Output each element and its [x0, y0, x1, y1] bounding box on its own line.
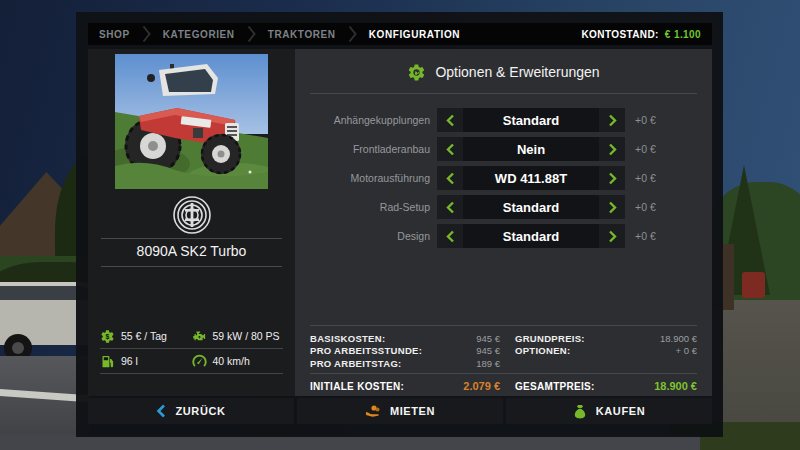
divider — [101, 238, 282, 239]
background-barrel — [742, 272, 765, 298]
option-price: +0 € — [635, 172, 656, 184]
price-label: PRO ARBEITSTAG: — [310, 358, 402, 369]
option-prev-button[interactable] — [437, 108, 463, 132]
total-value: 2.079 € — [463, 380, 500, 392]
fuel-capacity-icon — [100, 354, 115, 369]
option-label: Rad-Setup — [295, 201, 437, 213]
engine-power-icon — [192, 329, 207, 344]
stat-value: 55 € / Tag — [121, 330, 167, 342]
option-prev-button[interactable] — [437, 166, 463, 190]
price-label: BASISKOSTEN: — [310, 333, 385, 344]
breadcrumb-shop[interactable]: SHOP — [99, 29, 130, 40]
price-row: PRO ARBEITSTAG: 189 € — [310, 357, 500, 370]
option-price: +0 € — [635, 201, 656, 213]
option-next-button[interactable] — [599, 108, 625, 132]
total-value: 18.900 € — [654, 380, 697, 392]
option-prev-button[interactable] — [437, 224, 463, 248]
divider — [310, 93, 697, 94]
option-label: Anhängekupplungen — [295, 114, 437, 126]
option-price: +0 € — [635, 230, 656, 242]
breadcrumb: SHOP KATEGORIEN TRAKTOREN KONFIGURATION … — [88, 23, 712, 45]
option-row-anhaengekupplungen: Anhängekupplungen Standard +0 € — [295, 108, 712, 132]
chevron-left-icon — [156, 404, 166, 418]
option-row-motorausfuehrung: Motorausführung WD 411.88T +0 € — [295, 166, 712, 190]
max-speed-icon — [192, 354, 207, 369]
option-label: Motorausführung — [295, 172, 437, 184]
option-next-button[interactable] — [599, 166, 625, 190]
price-value: 945 € — [476, 345, 500, 356]
breadcrumb-separator-icon — [142, 25, 151, 43]
daily-cost-icon: $ — [100, 329, 115, 344]
option-value: WD 411.88T — [463, 166, 599, 190]
footer-buttons: ZURÜCK MIETEN KAUFEN — [88, 398, 712, 424]
price-value: 945 € — [476, 333, 500, 344]
rent-button[interactable]: MIETEN — [297, 398, 503, 424]
breadcrumb-separator-icon — [247, 25, 256, 43]
price-label: PRO ARBEITSSTUNDE: — [310, 345, 422, 356]
option-prev-button[interactable] — [437, 137, 463, 161]
svg-text:$: $ — [106, 333, 110, 341]
stat-row: 96 l 40 km/h — [100, 349, 283, 374]
breadcrumb-kategorien[interactable]: KATEGORIEN — [163, 29, 235, 40]
option-prev-button[interactable] — [437, 195, 463, 219]
breadcrumb-traktoren[interactable]: TRAKTOREN — [268, 29, 336, 40]
options-header: Optionen & Erweiterungen — [295, 60, 712, 84]
stat-value: 96 l — [121, 355, 138, 367]
breadcrumb-konfiguration[interactable]: KONFIGURATION — [369, 29, 461, 40]
price-label: GRUNDPREIS: — [515, 333, 585, 344]
option-rows: Anhängekupplungen Standard +0 € Frontlad… — [295, 108, 712, 253]
option-value: Nein — [463, 137, 599, 161]
option-next-button[interactable] — [599, 195, 625, 219]
option-value: Standard — [463, 108, 599, 132]
vehicle-stats: $ 55 € / Tag 59 kW / 80 PS 96 l — [100, 324, 283, 374]
total-label: INITIALE KOSTEN: — [310, 381, 404, 392]
price-row: GRUNDPREIS: 18.900 € — [515, 332, 697, 345]
balance-label: KONTOSTAND: — [581, 29, 658, 40]
option-selector: Standard — [437, 108, 625, 132]
vehicle-name: 8090A SK2 Turbo — [88, 243, 295, 259]
rent-button-label: MIETEN — [390, 405, 435, 417]
price-label: OPTIONEN: — [515, 345, 570, 356]
price-row: OPTIONEN: + 0 € — [515, 345, 697, 358]
gear-icon — [407, 63, 426, 82]
price-value: 18.900 € — [660, 333, 697, 344]
cost-summary-left: BASISKOSTEN: 945 € PRO ARBEITSSTUNDE: 94… — [310, 332, 500, 370]
stat-row: $ 55 € / Tag 59 kW / 80 PS — [100, 324, 283, 349]
option-row-design: Design Standard +0 € — [295, 224, 712, 248]
stat-daily-cost: $ 55 € / Tag — [100, 329, 192, 344]
shop-configuration-dialog: SHOP KATEGORIEN TRAKTOREN KONFIGURATION … — [76, 12, 723, 437]
back-button-label: ZURÜCK — [175, 405, 225, 417]
background-road — [0, 435, 700, 450]
stat-max-speed: 40 km/h — [192, 354, 284, 369]
option-price: +0 € — [635, 114, 656, 126]
brand-logo — [172, 195, 212, 235]
stat-engine-power: 59 kW / 80 PS — [192, 329, 284, 344]
option-next-button[interactable] — [599, 137, 625, 161]
account-balance: KONTOSTAND: € 1.100 — [581, 29, 701, 40]
divider — [310, 373, 697, 374]
options-panel: Optionen & Erweiterungen Anhängekupplung… — [295, 49, 712, 396]
price-value: + 0 € — [676, 345, 697, 356]
option-row-frontladeranbau: Frontladeranbau Nein +0 € — [295, 137, 712, 161]
option-row-rad-setup: Rad-Setup Standard +0 € — [295, 195, 712, 219]
price-row: BASISKOSTEN: 945 € — [310, 332, 500, 345]
option-selector: Standard — [437, 224, 625, 248]
option-next-button[interactable] — [599, 224, 625, 248]
money-bag-icon — [573, 404, 587, 419]
option-value: Standard — [463, 224, 599, 248]
option-selector: Standard — [437, 195, 625, 219]
initial-cost-total: INITIALE KOSTEN: 2.079 € — [310, 380, 500, 392]
buy-button-label: KAUFEN — [596, 405, 645, 417]
total-label: GESAMTPREIS: — [515, 381, 595, 392]
vehicle-panel: 8090A SK2 Turbo $ 55 € / Tag 59 kW / 80 … — [88, 49, 295, 396]
option-price: +0 € — [635, 143, 656, 155]
option-selector: Nein — [437, 137, 625, 161]
option-value: Standard — [463, 195, 599, 219]
vehicle-preview-image — [115, 54, 268, 189]
divider — [101, 266, 282, 267]
stat-value: 59 kW / 80 PS — [213, 330, 280, 342]
buy-button[interactable]: KAUFEN — [506, 398, 712, 424]
back-button[interactable]: ZURÜCK — [88, 398, 294, 424]
cost-summary-right: GRUNDPREIS: 18.900 € OPTIONEN: + 0 € — [515, 332, 697, 357]
breadcrumb-separator-icon — [348, 25, 357, 43]
